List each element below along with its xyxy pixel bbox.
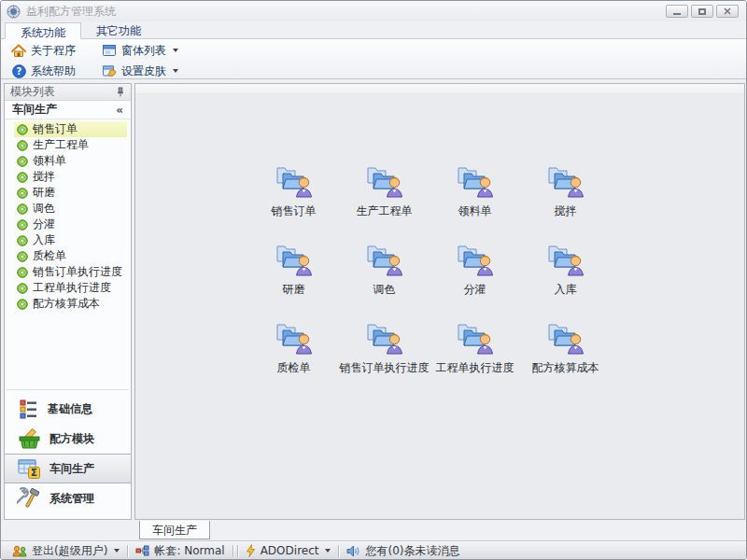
provider-button[interactable]: ADODirect [240,544,337,557]
close-button[interactable] [716,5,739,18]
sidebar-module-item[interactable]: 工程单执行进度 [14,280,127,296]
group-label: 基础信息 [48,401,92,417]
sidebar-module-item[interactable]: 质检单 [14,248,127,264]
green-arrow-icon [17,251,28,262]
shortcut-item[interactable]: 入库 [520,241,611,319]
sidebar-module-item[interactable]: 入库 [14,232,127,248]
green-arrow-icon [17,283,28,294]
sidebar-group-workshop-production[interactable]: Σ 车间生产 [5,454,131,483]
unread-messages-label: 您有(0)条未读消息 [365,543,459,559]
statusbar-separator [233,545,233,557]
shortcut-item[interactable]: 生产工程单 [339,162,430,241]
statusbar-separator [127,545,128,557]
sidebar-module-item[interactable]: 搅拌 [14,169,127,185]
skin-icon [102,64,117,77]
shortcut-item[interactable]: 搅拌 [520,162,611,241]
app-window: 益利配方管理系统 系统功能 其它功能 关于程序 窗 [0,0,747,560]
collapse-button[interactable]: « [116,104,123,117]
sidebar-module-item[interactable]: 领料单 [14,153,127,169]
ribbon-toolbar: 关于程序 窗体列表 ? 系统帮助 设置皮肤 [1,39,746,79]
statusbar-separator [338,545,339,557]
green-arrow-icon [17,188,28,199]
green-arrow-icon [17,156,28,167]
minimize-button[interactable] [666,5,688,18]
svg-text:Σ: Σ [31,468,37,478]
shortcut-label: 销售订单 [272,203,317,219]
status-bar: 登出(超级用户) 帐套: Normal ADODirect 您有(0)条未读消息 [1,540,746,560]
sidebar-module-item[interactable]: 分灌 [14,217,127,232]
shortcut-grid: 销售订单 生产工程单 [248,162,611,398]
folder-user-icon [546,319,585,357]
dropdown-caret-icon [325,549,331,553]
shortcut-label: 入库 [555,282,577,298]
module-item-label: 配方核算成本 [33,296,100,312]
shortcut-item[interactable]: 销售订单 [248,162,339,241]
system-help-label: 系统帮助 [31,63,76,79]
close-icon [724,7,731,15]
provider-label: ADODirect [261,544,319,557]
sidebar-module-item[interactable]: 销售订单 [14,121,127,137]
svg-text:?: ? [16,66,21,77]
account-set-indicator[interactable]: 帐套: Normal [130,543,230,559]
sidebar-group-system-management[interactable]: 系统管理 [5,483,131,513]
document-tab-workshop-production[interactable]: 车间生产 [139,521,210,539]
form-list-button[interactable]: 窗体列表 [95,42,185,60]
green-arrow-icon [17,299,28,310]
dropdown-caret-icon [114,549,120,553]
sidebar-module-item[interactable]: 销售订单执行进度 [14,264,127,280]
shortcut-item[interactable]: 工程单执行进度 [430,319,520,398]
tab-system-functions[interactable]: 系统功能 [5,22,81,39]
shortcut-label: 工程单执行进度 [436,360,514,376]
sidebar-header: 模块列表 [5,84,131,101]
green-arrow-icon [17,140,28,151]
set-skin-button[interactable]: 设置皮肤 [95,63,185,80]
green-arrow-icon [17,124,28,135]
help-icon: ? [11,64,26,78]
unread-messages-indicator[interactable]: 您有(0)条未读消息 [341,543,465,559]
green-arrow-icon [17,267,28,278]
shortcut-item[interactable]: 领料单 [430,162,520,241]
sidebar-spacer [5,312,131,387]
shortcut-item[interactable]: 质检单 [248,319,339,398]
folder-user-icon [365,162,404,201]
about-program-button[interactable]: 关于程序 [5,42,82,60]
shortcut-item[interactable]: 配方核算成本 [520,319,611,398]
module-item-label: 领料单 [33,153,66,169]
shortcut-label: 质检单 [277,360,311,376]
form-list-label: 窗体列表 [121,43,166,59]
sidebar-group-basic-info[interactable]: 基础信息 [5,394,131,424]
sidebar-module-item[interactable]: 配方核算成本 [14,296,127,312]
sidebar-header-label: 模块列表 [10,84,55,100]
sidebar-group-formula-module[interactable]: 配方模块 [5,424,131,454]
sidebar-separator[interactable] [7,389,129,390]
green-arrow-icon [17,172,28,183]
module-item-label: 工程单执行进度 [33,280,111,296]
system-help-button[interactable]: ? 系统帮助 [5,63,82,80]
sidebar-module-item[interactable]: 研磨 [14,185,127,201]
maximize-button[interactable] [691,5,713,18]
shortcut-item[interactable]: 分灌 [430,241,520,319]
folder-user-icon [365,319,404,357]
table-sigma-icon: Σ [17,457,41,480]
shortcut-label: 领料单 [458,203,492,219]
group-label: 配方模块 [49,431,94,447]
speaker-icon [346,545,360,557]
lightning-icon [246,544,256,557]
tab-other-functions[interactable]: 其它功能 [81,21,156,38]
shortcut-item[interactable]: 调色 [339,241,430,319]
list-icon [17,398,39,420]
folder-user-icon [546,241,585,279]
shortcut-item[interactable]: 研磨 [248,241,339,319]
sidebar-module-item[interactable]: 生产工程单 [14,137,127,153]
sidebar-module-item[interactable]: 调色 [14,201,127,217]
module-item-label: 销售订单 [33,121,78,137]
workspace-panel: 销售订单 生产工程单 [134,83,745,520]
window-controls [666,5,739,18]
shortcut-item[interactable]: 销售订单执行进度 [339,319,430,398]
pin-icon[interactable] [116,87,125,97]
folder-user-icon [275,319,314,357]
shortcut-label: 研磨 [283,282,305,298]
logout-button[interactable]: 登出(超级用户) [7,543,125,559]
module-item-label: 调色 [33,201,55,217]
folder-user-icon [546,162,585,201]
